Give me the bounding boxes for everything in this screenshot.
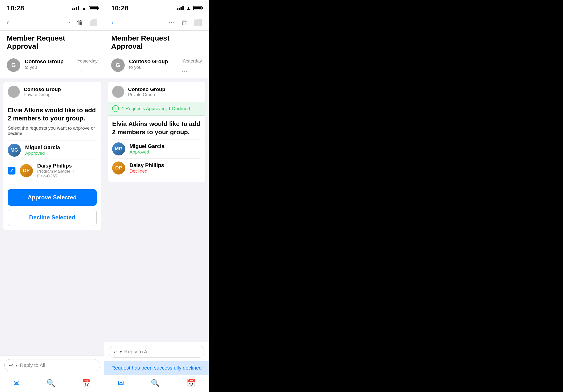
decline-selected-button[interactable]: Decline Selected: [8, 209, 97, 226]
sender-to-left: to you: [25, 65, 64, 70]
reply-bar-right: ↩ ▾ Reply to All: [104, 342, 209, 361]
sender-to-right: to you: [129, 65, 168, 70]
group-name-left: Contoso Group: [24, 86, 61, 92]
status-icons-left: ▲: [72, 6, 98, 11]
page-title-right: Member Request Approval: [104, 31, 209, 54]
member-name-miguel: Miguel Garcia: [25, 144, 60, 151]
member-avatar-daisy: DP: [20, 164, 33, 177]
sender-dots-right[interactable]: ···: [182, 69, 202, 74]
status-bar-left: 10:28 ▲: [0, 0, 104, 14]
main-message-right: Elvia Atkins would like to add 2 members…: [112, 120, 201, 136]
member-status-miguel: Approved: [25, 151, 60, 156]
email-content-left: Contoso Group Private Group Elvia Atkins…: [0, 78, 104, 355]
group-header-right: Contoso Group Private Group: [108, 82, 205, 102]
tab-calendar-left[interactable]: 📅: [82, 379, 91, 387]
back-button-left[interactable]: ‹: [5, 16, 11, 28]
delete-icon-right[interactable]: 🗑: [181, 19, 188, 26]
wifi-icon-left: ▲: [82, 6, 87, 11]
calendar-icon-left: 📅: [82, 379, 91, 387]
member-info-miguel-right: Miguel Garcia Approved: [129, 143, 164, 155]
group-header-left: Contoso Group Private Group: [3, 82, 101, 102]
mail-icon-right: ✉: [118, 379, 124, 387]
member-row-daisy: ✓ DP Daisy Phillips Program Manager II O…: [8, 159, 97, 182]
toast-bar: Request has been successfully declined: [104, 361, 209, 375]
battery-icon-left: [89, 6, 98, 10]
sender-info-left: Contoso Group to you Yesterday ···: [25, 58, 98, 74]
member-row-miguel-right: MG Miguel Garcia Approved: [112, 139, 201, 158]
wifi-icon-right: ▲: [186, 6, 191, 11]
black-background: [209, 0, 563, 392]
reply-chevron-left: ▾: [15, 363, 17, 368]
status-time-right: 10:28: [111, 4, 128, 12]
reply-chevron-right: ▾: [120, 350, 122, 354]
tab-calendar-right[interactable]: 📅: [187, 379, 195, 387]
group-info-right: Contoso Group Private Group: [128, 86, 165, 97]
nav-actions-right: ··· 🗑 ⬜: [169, 19, 202, 26]
member-name-daisy-right: Daisy Phillips: [129, 162, 164, 169]
member-status-daisy-right: Declined: [129, 169, 164, 174]
toast-text: Request has been successfully declined: [111, 365, 202, 370]
group-info-left: Contoso Group Private Group: [24, 86, 61, 97]
reply-input-right[interactable]: ↩ ▾ Reply to All: [109, 346, 205, 358]
member-name-miguel-right: Miguel Garcia: [129, 143, 164, 149]
search-icon-left: 🔍: [46, 379, 55, 387]
success-icon: ✓: [112, 105, 119, 112]
nav-bar-left: ‹ ··· 🗑 ⬜: [0, 14, 104, 31]
sender-dots-left[interactable]: ···: [77, 69, 98, 74]
approve-selected-button[interactable]: Approve Selected: [8, 189, 97, 206]
group-type-right: Private Group: [128, 92, 165, 97]
member-status-miguel-right: Approved: [129, 149, 164, 155]
sender-info-right: Contoso Group to you Yesterday ···: [129, 58, 202, 74]
archive-icon-right[interactable]: ⬜: [193, 19, 202, 26]
sender-name-left: Contoso Group: [25, 58, 64, 65]
daisy-checkbox[interactable]: ✓: [8, 167, 15, 174]
tab-bar-left: ✉ 🔍 📅: [0, 375, 104, 392]
member-info-daisy: Daisy Phillips Program Manager II Oslo-O…: [37, 163, 74, 179]
nav-actions-left: ··· 🗑 ⬜: [64, 19, 98, 26]
reply-input-left[interactable]: ↩ ▾ Reply to All: [4, 359, 100, 371]
more-options-right[interactable]: ···: [169, 19, 175, 25]
member-row-daisy-right: DP Daisy Phillips Declined: [112, 158, 201, 177]
success-text: 1 Requests Approved, 1 Declined: [122, 106, 190, 111]
back-button-right[interactable]: ‹: [109, 16, 115, 28]
member-info-miguel: Miguel Garcia Approved: [25, 144, 60, 156]
archive-icon-left[interactable]: ⬜: [89, 19, 98, 26]
action-buttons-left: Approve Selected Decline Selected: [3, 186, 101, 230]
tab-mail-right[interactable]: ✉: [118, 379, 124, 387]
member-initials-miguel: MG: [10, 147, 18, 153]
member-avatar-miguel: MG: [8, 144, 21, 157]
tab-search-left[interactable]: 🔍: [46, 379, 55, 387]
battery-icon-right: [193, 6, 202, 10]
tab-search-right[interactable]: 🔍: [151, 379, 160, 387]
group-type-left: Private Group: [24, 92, 61, 97]
email-card-left: Contoso Group Private Group Elvia Atkins…: [3, 82, 101, 230]
group-name-right: Contoso Group: [128, 86, 165, 92]
member-detail2-daisy: Oslo-O365: [37, 174, 74, 179]
reply-label-right: Reply to All: [124, 349, 200, 355]
reply-icon-left: ↩: [9, 362, 13, 368]
calendar-icon-right: 📅: [187, 379, 195, 387]
group-avatar-left: [8, 86, 20, 98]
member-detail1-daisy: Program Manager II: [37, 169, 74, 174]
card-body-right: Elvia Atkins would like to add 2 members…: [108, 116, 205, 182]
member-avatar-miguel-right: MG: [112, 142, 125, 155]
sender-avatar-right: G: [111, 58, 125, 72]
tab-bar-right: ✉ 🔍 📅: [104, 375, 209, 392]
member-row-miguel: MG Miguel Garcia Approved: [8, 140, 97, 159]
sender-date-right: Yesterday: [182, 58, 202, 64]
delete-icon-left[interactable]: 🗑: [77, 19, 83, 26]
tab-mail-left[interactable]: ✉: [13, 379, 20, 387]
status-time-left: 10:28: [7, 4, 24, 12]
mail-icon-left: ✉: [13, 379, 20, 387]
left-phone-panel: 10:28 ▲ ‹ ··· 🗑 ⬜ Member Request Approva…: [0, 0, 104, 392]
sender-date-left: Yesterday: [77, 58, 98, 64]
signal-icon-left: [72, 6, 79, 10]
reply-icon-right: ↩: [113, 349, 117, 355]
sender-avatar-left: G: [7, 58, 20, 72]
success-banner: ✓ 1 Requests Approved, 1 Declined: [108, 102, 205, 116]
search-icon-right: 🔍: [151, 379, 160, 387]
nav-bar-right: ‹ ··· 🗑 ⬜: [104, 14, 209, 31]
member-info-daisy-right: Daisy Phillips Declined: [129, 162, 164, 174]
more-options-left[interactable]: ···: [64, 19, 71, 25]
member-initials-daisy: DP: [23, 168, 30, 173]
